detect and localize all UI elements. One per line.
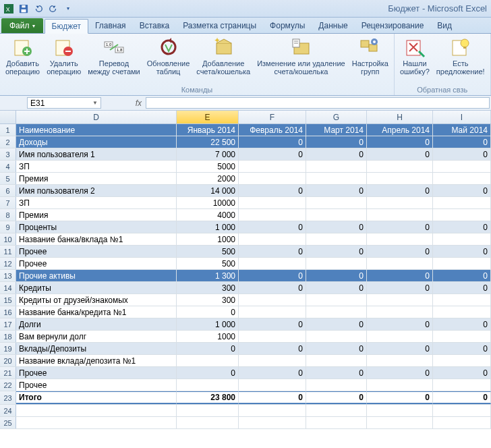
cell[interactable] — [433, 355, 491, 366]
cell[interactable]: ЗП — [16, 197, 177, 208]
cell[interactable]: Долги — [16, 318, 177, 330]
idea-button[interactable]: Естьпредложение! — [435, 35, 486, 77]
cell[interactable] — [367, 161, 433, 172]
row-header[interactable]: 24 — [0, 405, 16, 416]
cell[interactable]: 10000 — [177, 197, 239, 208]
cell[interactable]: 0 — [239, 246, 306, 257]
cell[interactable]: 0 — [306, 318, 367, 330]
cell[interactable]: Вам вернули долг — [16, 331, 177, 342]
edit-acct-button[interactable]: Изменение или удалениесчета/кошелька — [256, 35, 347, 77]
transfer-button[interactable]: 1,01,8Переводмежду счетами — [86, 35, 142, 77]
cell[interactable] — [367, 209, 433, 221]
cell[interactable]: 0 — [433, 185, 491, 196]
cell[interactable] — [306, 294, 367, 306]
cell[interactable]: Январь 2014 — [177, 124, 239, 136]
cell[interactable]: 0 — [239, 270, 306, 281]
col-header-G[interactable]: G — [306, 111, 367, 123]
cell[interactable]: 0 — [367, 343, 433, 354]
row-header[interactable]: 10 — [0, 233, 16, 245]
cell[interactable]: 0 — [239, 136, 306, 148]
cell[interactable]: 1 000 — [177, 318, 239, 330]
cell[interactable] — [306, 173, 367, 184]
cell[interactable]: 2000 — [177, 173, 239, 184]
table-row[interactable]: 21Прочее00000 — [0, 367, 491, 379]
table-row[interactable]: 3Имя пользователя 17 0000000 — [0, 148, 491, 161]
cell[interactable]: 0 — [367, 221, 433, 233]
cell[interactable] — [239, 405, 306, 416]
row-header[interactable]: 8 — [0, 209, 16, 221]
cell[interactable]: 14 000 — [177, 185, 239, 196]
cell[interactable] — [433, 379, 491, 391]
cell[interactable]: Итого — [16, 391, 177, 404]
table-row[interactable]: 2Доходы22 5000000 — [0, 136, 491, 148]
redo-icon[interactable] — [47, 3, 59, 15]
add-acct-button[interactable]: ✦Добавлениесчета/кошелька — [195, 35, 252, 77]
row-header[interactable]: 9 — [0, 221, 16, 233]
table-row[interactable]: 1НаименованиеЯнварь 2014Февраль 2014Март… — [0, 124, 491, 136]
row-header[interactable]: 19 — [0, 343, 16, 354]
table-row[interactable]: 24 — [0, 405, 491, 417]
cell[interactable] — [433, 209, 491, 221]
table-row[interactable]: 7ЗП10000 — [0, 197, 491, 209]
cell[interactable] — [433, 331, 491, 342]
cell[interactable]: 0 — [367, 391, 433, 404]
cell[interactable]: 0 — [239, 221, 306, 233]
cell[interactable]: Доходы — [16, 136, 177, 148]
cell[interactable]: 7 000 — [177, 148, 239, 160]
cell[interactable]: 0 — [433, 136, 491, 148]
spreadsheet-grid[interactable]: 1НаименованиеЯнварь 2014Февраль 2014Март… — [0, 124, 491, 448]
cell[interactable] — [16, 405, 177, 416]
cell[interactable]: 0 — [433, 318, 491, 330]
cell[interactable] — [239, 355, 306, 366]
cell[interactable]: Март 2014 — [306, 124, 367, 136]
cell[interactable]: 300 — [177, 282, 239, 293]
table-row[interactable]: 10Название банка/вклада №11000 — [0, 233, 491, 246]
cell[interactable]: 22 500 — [177, 136, 239, 148]
cell[interactable]: 0 — [239, 318, 306, 330]
cell[interactable]: 0 — [433, 246, 491, 257]
tab-formulas[interactable]: Формулы — [263, 18, 312, 33]
table-row[interactable]: 16Название банка/кредита №10 — [0, 306, 491, 318]
table-row[interactable]: 25 — [0, 417, 491, 429]
table-row[interactable]: 9Проценты1 0000000 — [0, 221, 491, 233]
cell[interactable] — [367, 233, 433, 245]
cell[interactable] — [433, 173, 491, 184]
cell[interactable] — [239, 379, 306, 391]
cell[interactable]: 0 — [177, 343, 239, 354]
cell[interactable]: 0 — [306, 221, 367, 233]
row-header[interactable]: 2 — [0, 136, 16, 148]
cell[interactable]: 1 000 — [177, 221, 239, 233]
cell[interactable] — [239, 197, 306, 208]
cell[interactable]: 0 — [367, 148, 433, 160]
cell[interactable] — [433, 417, 491, 428]
cell[interactable]: 0 — [306, 185, 367, 196]
row-header[interactable]: 13 — [0, 270, 16, 281]
cell[interactable] — [177, 417, 239, 428]
cell[interactable]: 500 — [177, 258, 239, 269]
table-row[interactable]: 17Долги1 0000000 — [0, 318, 491, 331]
cell[interactable]: 0 — [239, 391, 306, 404]
cell[interactable]: 0 — [177, 367, 239, 379]
undo-icon[interactable] — [32, 3, 45, 15]
cell[interactable] — [306, 379, 367, 391]
cell[interactable]: 0 — [306, 246, 367, 257]
cell[interactable]: 300 — [177, 294, 239, 306]
col-header-E[interactable]: E — [177, 111, 239, 123]
cell[interactable]: Вклады/Депозиты — [16, 343, 177, 354]
cell[interactable]: 0 — [239, 282, 306, 293]
cell[interactable]: 0 — [367, 246, 433, 257]
row-header[interactable]: 11 — [0, 246, 16, 257]
row-header[interactable]: 16 — [0, 306, 16, 318]
del-op-button[interactable]: Удалитьоперацию — [45, 35, 82, 77]
cell[interactable]: 0 — [367, 185, 433, 196]
cell[interactable]: 0 — [306, 148, 367, 160]
cell[interactable]: Прочее — [16, 379, 177, 391]
cell[interactable] — [239, 294, 306, 306]
cell[interactable]: 0 — [239, 367, 306, 379]
qat-more-icon[interactable]: ▾ — [62, 3, 74, 15]
cell[interactable] — [16, 417, 177, 428]
tab-home[interactable]: Главная — [88, 18, 133, 33]
cell[interactable]: 0 — [306, 343, 367, 354]
cell[interactable]: Прочее — [16, 258, 177, 269]
cell[interactable]: 0 — [306, 367, 367, 379]
